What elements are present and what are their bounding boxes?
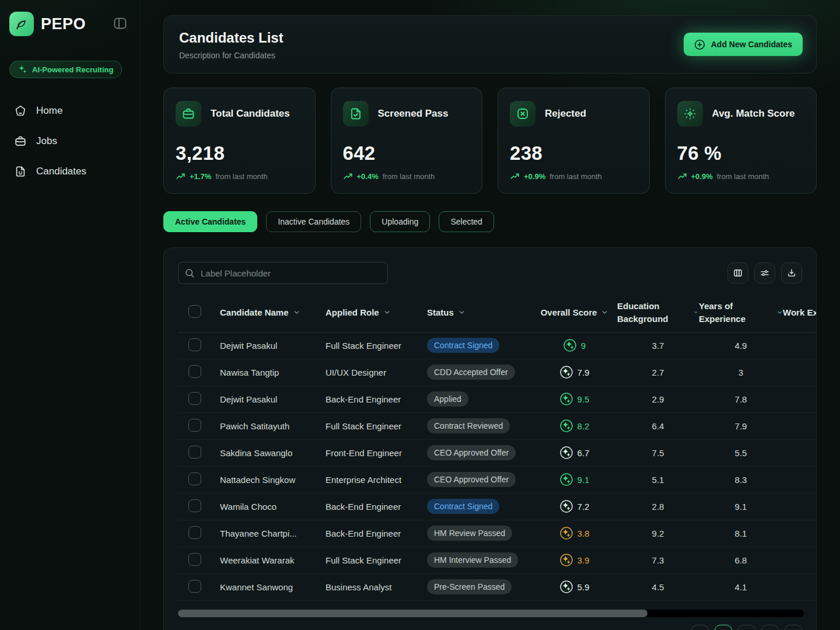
applied-role: Back-End Engineer	[326, 502, 422, 512]
row-checkbox[interactable]	[188, 499, 201, 512]
stat-delta: +1.7%	[190, 172, 211, 181]
stat-delta: +0.9%	[524, 172, 545, 181]
education-background-value: 9.2	[652, 528, 664, 538]
candidates-file-icon	[14, 165, 27, 178]
candidates-table-card: Candidate Name Applied Role Status	[163, 247, 817, 630]
education-background-value: 7.5	[652, 448, 664, 458]
trend-up-icon	[677, 172, 687, 181]
home-icon	[14, 104, 27, 117]
columns-view-button[interactable]	[727, 262, 748, 284]
row-checkbox[interactable]	[188, 446, 201, 459]
overall-score: 3.9	[532, 554, 617, 566]
stat-value: 3,218	[176, 142, 303, 164]
pagination-button[interactable]	[738, 625, 755, 630]
filter-settings-button[interactable]	[754, 262, 775, 284]
horizontal-scrollbar[interactable]	[178, 610, 804, 617]
chevron-down-icon	[293, 309, 300, 316]
column-header-status[interactable]: Status	[427, 307, 532, 317]
overall-score: 9	[532, 339, 617, 352]
column-header-education-background[interactable]: Education Background	[617, 300, 699, 326]
column-header-candidate-name[interactable]: Candidate Name	[220, 307, 326, 317]
select-all-checkbox[interactable]	[188, 305, 201, 318]
column-header-years-of-experience[interactable]: Years of Experience	[699, 300, 783, 326]
table-row[interactable]: Weerakiat Wararak Full Stack Engineer HM…	[178, 547, 817, 573]
add-new-candidates-button[interactable]: Add New Candidates	[684, 33, 803, 56]
row-checkbox[interactable]	[188, 553, 201, 566]
pagination-button[interactable]	[761, 625, 779, 630]
download-button[interactable]	[781, 262, 802, 284]
filter-selected[interactable]: Selected	[439, 211, 494, 232]
table-row[interactable]: Nawisa Tangtip UI/UX Designer CDD Accept…	[178, 359, 817, 386]
education-background-value: 2.8	[652, 502, 664, 512]
years-of-experience-value: 8.3	[735, 475, 747, 485]
pagination-button-active[interactable]	[715, 625, 732, 630]
scrollbar-thumb[interactable]	[178, 610, 648, 617]
applied-role: Enterprise Architect	[326, 475, 422, 485]
overall-score: 9.5	[532, 393, 617, 405]
table-row[interactable]: Wamila Choco Back-End Engineer Contract …	[178, 493, 817, 520]
candidate-name: Wamila Choco	[220, 502, 320, 512]
stats-row: Total Candidates 3,218 +1.7% from last m…	[163, 88, 817, 194]
table-row[interactable]: Dejwit Pasakul Back-End Engineer Applied…	[178, 386, 817, 412]
ai-powered-badge: AI-Powered Recruiting	[9, 61, 122, 78]
status-badge: Contract Reviewed	[427, 418, 510, 433]
search-input[interactable]	[178, 262, 388, 284]
sidebar-item-label: Jobs	[36, 135, 57, 147]
stat-card-screened-pass: Screened Pass 642 +0.4% from last month	[331, 88, 483, 194]
sparkles-icon	[18, 65, 27, 74]
years-of-experience-value: 7.9	[735, 421, 747, 431]
filter-inactive-candidates[interactable]: Inactive Candidates	[266, 211, 361, 232]
pagination-button[interactable]	[691, 625, 709, 630]
column-header-overall-score[interactable]: Overall Score	[532, 307, 617, 317]
filter-active-candidates[interactable]: Active Candidates	[163, 211, 257, 232]
row-checkbox[interactable]	[188, 365, 201, 378]
sidebar-item-candidates[interactable]: Candidates	[9, 162, 130, 181]
sidebar-item-jobs[interactable]: Jobs	[9, 132, 130, 150]
stat-value: 642	[343, 142, 471, 164]
status-badge: Contract Signed	[427, 499, 499, 514]
sparkle-score-icon	[560, 366, 573, 379]
table-row[interactable]: Dejwit Pasakul Full Stack Engineer Contr…	[178, 332, 817, 359]
candidate-name: Thayanee Chartpi...	[220, 528, 320, 538]
table-row[interactable]: Pawich Satitayuth Full Stack Engineer Co…	[178, 412, 817, 439]
chevron-down-icon	[458, 309, 466, 316]
pagination	[691, 625, 802, 630]
logo-row: PEPO	[9, 12, 130, 36]
sidebar-nav: Home Jobs Candidates	[9, 102, 130, 181]
sidebar: PEPO AI-Powered Recruiting Home Jobs Can…	[0, 0, 140, 630]
row-checkbox[interactable]	[188, 392, 201, 405]
stat-label: Total Candidates	[211, 108, 290, 120]
pagination-button[interactable]	[785, 625, 802, 630]
overall-score: 7.2	[532, 500, 617, 513]
sidebar-collapse-icon[interactable]	[113, 16, 128, 31]
filter-uploading[interactable]: Uploading	[370, 211, 430, 232]
sidebar-item-home[interactable]: Home	[9, 102, 130, 120]
pepo-leaf-logo-icon	[9, 12, 34, 36]
row-checkbox[interactable]	[188, 473, 201, 485]
search-icon	[184, 268, 195, 278]
row-checkbox[interactable]	[188, 338, 201, 351]
table-row[interactable]: Nattadech Singkow Enterprise Architect C…	[178, 466, 817, 493]
stat-note: from last month	[717, 172, 769, 181]
download-icon	[786, 268, 797, 278]
column-header-work-experience[interactable]: Work Experience	[783, 306, 817, 319]
status-badge: HM Review Passed	[427, 526, 512, 541]
applied-role: Back-End Engineer	[326, 394, 422, 404]
row-checkbox[interactable]	[188, 526, 201, 539]
table-row[interactable]: Sakdina Sawanglo Front-End Engineer CEO …	[178, 439, 817, 466]
stat-delta: +0.4%	[357, 172, 379, 181]
briefcase-icon	[14, 135, 27, 148]
table-row[interactable]: Thayanee Chartpi... Back-End Engineer HM…	[178, 520, 817, 547]
column-header-applied-role[interactable]: Applied Role	[326, 307, 427, 317]
education-background-value: 4.5	[652, 582, 664, 592]
chevron-down-icon	[776, 309, 783, 316]
candidate-name: Dejwit Pasakul	[220, 394, 320, 404]
applied-role: UI/UX Designer	[326, 368, 422, 377]
table-row[interactable]: Kwannet Sanwong Business Analyst Pre-Scr…	[178, 573, 817, 600]
status-badge: Contract Signed	[427, 338, 499, 353]
row-checkbox[interactable]	[188, 419, 201, 432]
row-checkbox[interactable]	[188, 580, 201, 593]
candidate-name: Weerakiat Wararak	[220, 555, 320, 565]
applied-role: Front-End Engineer	[326, 448, 422, 458]
years-of-experience-value: 7.8	[735, 394, 747, 404]
